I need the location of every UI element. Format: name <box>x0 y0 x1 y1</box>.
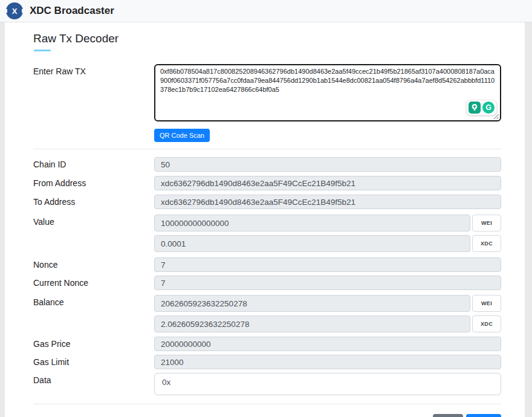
from-address-row: From Address <box>33 176 501 190</box>
gas-limit-label: Gas Limit <box>33 355 154 369</box>
raw-tx-label: Enter Raw TX <box>33 64 154 121</box>
raw-tx-wrap: 0xf86b078504a817c800825208946362796db149… <box>154 64 501 121</box>
raw-tx-input[interactable]: 0xf86b078504a817c800825208946362796db149… <box>154 64 501 121</box>
data-field[interactable]: 0x <box>154 373 501 395</box>
nonce-field[interactable] <box>154 257 501 272</box>
suggestion-bulb-icon[interactable] <box>469 102 481 114</box>
balance-wei-field[interactable] <box>154 295 470 312</box>
gas-price-field[interactable] <box>154 337 501 351</box>
browser-extension-overlay: G <box>466 100 497 115</box>
gas-price-row: Gas Price <box>33 337 501 351</box>
tab-raw-tx-decoder[interactable]: Raw Tx Decoder <box>33 32 501 45</box>
value-wei-field[interactable] <box>154 215 470 231</box>
gas-limit-field[interactable] <box>154 355 501 369</box>
chain-id-row: Chain ID <box>33 157 501 172</box>
logo-letter: X <box>12 7 18 16</box>
value-wei-unit: WEI <box>472 215 501 231</box>
tab-active-indicator <box>34 50 51 51</box>
gas-price-label: Gas Price <box>33 337 154 351</box>
current-nonce-field[interactable] <box>154 276 501 290</box>
balance-xdc-field[interactable] <box>154 315 470 332</box>
to-address-field[interactable] <box>154 195 501 209</box>
chain-id-field[interactable] <box>154 157 501 172</box>
resize-handle-icon[interactable] <box>493 114 499 120</box>
value-row: Value WEI XDC <box>33 215 501 252</box>
data-row: Data 0x <box>33 373 501 395</box>
data-label: Data <box>33 373 154 395</box>
balance-row: Balance WEI XDC <box>33 295 501 332</box>
current-nonce-label: Current Nonce <box>33 276 154 290</box>
chain-id-label: Chain ID <box>33 157 154 172</box>
reset-button[interactable]: Reset <box>433 414 463 417</box>
content-card: Raw Tx Decoder Enter Raw TX 0xf86b078504… <box>5 22 525 417</box>
value-xdc-unit: XDC <box>472 235 501 252</box>
current-nonce-row: Current Nonce <box>33 276 501 290</box>
balance-label: Balance <box>33 295 154 332</box>
grammarly-icon[interactable]: G <box>482 102 495 114</box>
balance-xdc-unit: XDC <box>472 315 501 332</box>
divider <box>33 404 501 404</box>
raw-tx-row: Enter Raw TX 0xf86b078504a817c8008252089… <box>33 64 501 121</box>
qr-code-scan-button[interactable]: QR Code Scan <box>154 129 210 142</box>
from-address-field[interactable] <box>154 176 501 190</box>
xdc-logo-icon: X <box>6 2 23 19</box>
divider <box>33 149 501 149</box>
app-header: X XDC Broadcaster <box>0 0 532 22</box>
svg-text:G: G <box>485 103 491 112</box>
form-actions: Reset Publish <box>33 414 501 417</box>
to-address-row: To Address <box>33 195 501 209</box>
value-xdc-field[interactable] <box>154 235 470 252</box>
value-label: Value <box>33 215 154 252</box>
publish-button[interactable]: Publish <box>466 414 501 417</box>
app-title: XDC Broadcaster <box>30 5 114 17</box>
gas-limit-row: Gas Limit <box>33 355 501 369</box>
nonce-row: Nonce <box>33 257 501 272</box>
from-address-label: From Address <box>33 176 154 190</box>
balance-wei-unit: WEI <box>472 295 501 312</box>
to-address-label: To Address <box>33 195 154 209</box>
nonce-label: Nonce <box>33 257 154 272</box>
